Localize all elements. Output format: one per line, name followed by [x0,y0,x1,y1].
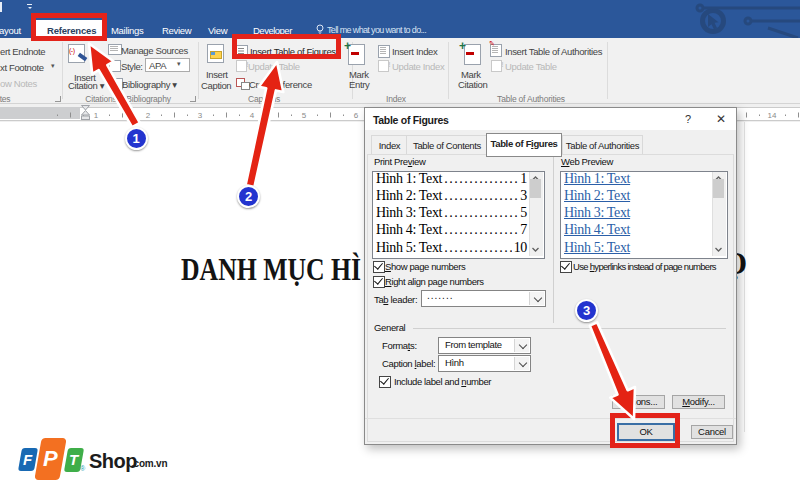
svg-text:2: 2 [146,111,151,120]
svg-text:4: 4 [250,111,255,120]
svg-text:6: 6 [354,111,359,120]
svg-text:3: 3 [198,111,203,120]
svg-text:14: 14 [768,111,777,120]
svg-text:5: 5 [302,111,307,120]
svg-text:1: 1 [94,111,99,120]
